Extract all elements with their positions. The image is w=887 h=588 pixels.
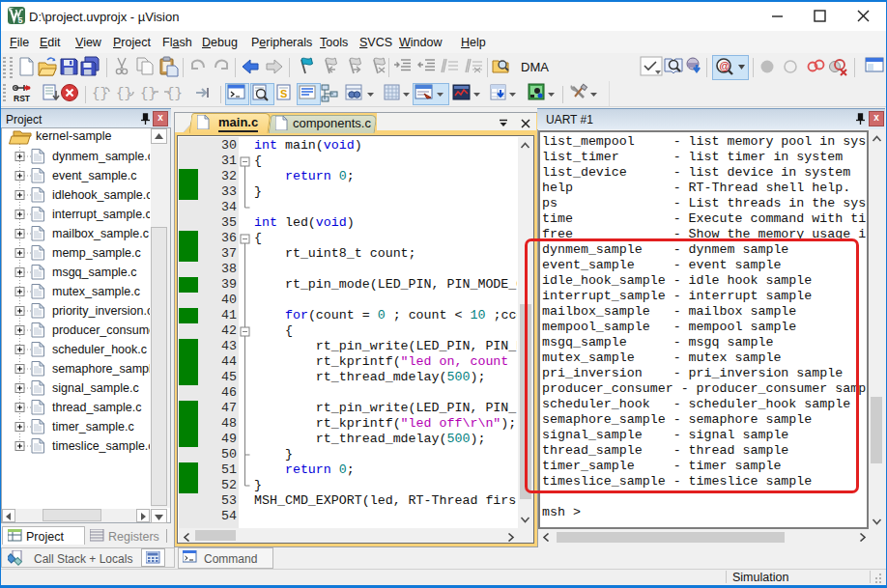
svg-text:{}: {} <box>166 86 183 101</box>
svg-text:S: S <box>280 88 287 99</box>
svg-text:RST: RST <box>14 94 31 103</box>
svg-text:{}: {} <box>116 86 132 101</box>
svg-text:@: @ <box>720 60 730 71</box>
svg-text:5: 5 <box>18 15 23 25</box>
svg-text:{}: {} <box>140 86 157 101</box>
